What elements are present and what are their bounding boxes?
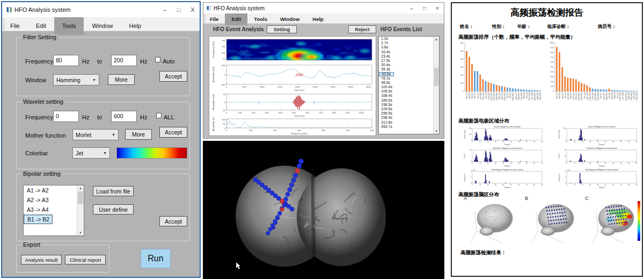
titlebar: HFO Analysis system – □ × [203,3,444,13]
auto-checkbox[interactable] [155,57,160,62]
app-icon [6,7,12,12]
filter-freq-to-input[interactable]: 200 [111,55,137,66]
event-list-item[interactable]: 23.4s [379,54,434,59]
svg-text:Total Engery of Ripples for ea: Total Engery of Ripples for each channel [491,169,523,171]
event-list-item[interactable]: 453.7s [379,125,434,129]
toolbar-grip [204,15,207,22]
svg-text:Channel: Channel [598,144,605,146]
svg-text:PH5-PH6: PH5-PH6 [471,92,473,99]
window-select[interactable]: Hamming▼ [53,74,99,85]
setting-button[interactable]: Setting [267,25,297,33]
event-list-item[interactable]: 30.4s [379,63,434,67]
svg-text:30: 30 [495,162,496,164]
bipolar-accept-button[interactable]: Accept [159,216,187,226]
bipolar-channel-listbox[interactable]: A1 -> A2A2 -> A3A3 -> A4B1 -> B2B2 -> B3… [23,185,84,236]
filter-accept-button[interactable]: Accept [159,71,187,82]
brain-3d-view[interactable] [203,141,444,279]
menu-item-tools[interactable]: Tools [247,13,274,25]
event-list-item[interactable]: 189.6s [379,98,434,103]
filter-more-button[interactable]: More [108,74,135,85]
clinical-report-button[interactable]: Clinical report [65,255,106,264]
menu-item-edit[interactable]: Edit [225,13,247,25]
hfo-events-listbox[interactable]: 1.3s2.7s3.8s16.4s23.4s27.5s30.4s35.3s43.… [378,36,440,134]
svg-text:PH8-PH9: PH8-PH9 [614,92,616,99]
event-list-item[interactable]: 106.5s [379,89,434,94]
scroll-up-icon[interactable]: ▲ [434,37,439,42]
maximize-button[interactable]: □ [418,5,431,11]
frequency-label: Frequency [25,58,53,65]
all-checkbox[interactable] [156,113,162,118]
close-button[interactable]: X [186,6,200,13]
svg-text:70: 70 [526,141,528,143]
svg-text:30: 30 [589,184,591,186]
svg-text:PTB2-PTB3: PTB2-PTB3 [493,92,495,101]
app-icon [207,6,211,10]
run-button[interactable]: Run [141,249,171,268]
event-list-item[interactable]: 43.5s [379,72,394,76]
load-from-file-button[interactable]: Load from file [93,186,134,196]
reject-button[interactable]: Reject [348,25,376,33]
menu-item-window[interactable]: Window [274,13,306,25]
svg-text:Time / s: Time / s [558,153,560,158]
event-list-item[interactable]: 298.4s [379,116,434,120]
scroll-down-icon[interactable]: ▼ [434,128,439,134]
event-list-item[interactable]: 98.5s [379,81,434,85]
event-list-item[interactable]: 2.7s [379,41,434,45]
event-list-item[interactable]: 224.5s [379,107,434,111]
scroll-thumb[interactable] [78,191,83,204]
event-list-item[interactable]: 78.1s [379,76,434,81]
event-list-item[interactable]: 1.3s [379,37,434,41]
svg-text:100: 100 [222,52,226,54]
scroll-up-icon[interactable]: ▲ [77,185,84,191]
svg-text:Channel: Channel [504,187,510,189]
analysis-result-button[interactable]: Analysis result [21,255,62,264]
event-list-item[interactable]: 168.4s [379,94,434,98]
bipolar-list-item[interactable]: B1 -> B2 [24,214,53,224]
svg-text:Amplitude (uV): Amplitude (uV) [212,67,215,83]
close-button[interactable]: × [431,5,444,11]
event-list-item[interactable]: 198.5s [379,103,434,107]
wavelet-freq-to-input[interactable]: 600 [111,111,137,122]
event-list-item[interactable]: 16.4s [379,50,434,54]
listbox-scrollbar[interactable]: ▲ ▼ [77,185,84,235]
svg-text:40: 40 [597,141,598,143]
scroll-thumb[interactable] [434,68,438,86]
event-list-item[interactable]: 3.8s [379,45,434,49]
svg-text:40: 40 [502,162,504,164]
maximize-button[interactable]: □ [172,6,186,13]
svg-text:500: 500 [222,64,226,67]
bipolar-list-item[interactable]: A3 -> A4 [24,205,77,214]
svg-text:10: 10 [479,162,481,164]
menu-item-help[interactable]: Help [306,13,330,25]
wavelet-more-button[interactable]: More [125,129,152,140]
event-list-item[interactable]: 312.8s [379,120,434,125]
event-list-item[interactable]: 27.5s [379,59,434,63]
user-define-button[interactable]: User define [93,204,134,214]
all-label: ALL [164,114,174,120]
bipolar-list-item[interactable]: A1 -> A2 [24,185,77,195]
svg-text:Time (ms): Time (ms) [294,89,305,91]
scroll-down-icon[interactable]: ▼ [77,230,84,235]
event-list-item[interactable]: 35.3s [379,67,434,71]
to-label: to [97,58,102,65]
events-scrollbar[interactable]: ▲ ▼ [433,37,439,134]
svg-text:20: 20 [581,162,583,164]
hist-count-ripples: Count of Ripples for each channel0200400… [463,125,544,146]
svg-text:80: 80 [628,141,630,143]
minimize-button[interactable]: – [405,5,418,11]
filter-freq-from-input[interactable]: 80 [53,55,79,66]
brain-thumbnail-label: A [464,196,467,201]
colorbar-select[interactable]: Jet▼ [72,147,110,159]
event-list-item[interactable]: 256.5s [379,111,434,116]
minimize-button[interactable]: – [158,6,172,13]
svg-text:LH11-LH12: LH11-LH12 [573,92,575,101]
svg-text:LH5-LH6: LH5-LH6 [477,92,479,99]
mother-function-select[interactable]: Morlet▼ [72,129,119,140]
wavelet-accept-button[interactable]: Accept [159,127,187,138]
wavelet-freq-from-input[interactable]: 0 [53,111,79,122]
svg-text:300: 300 [265,111,269,114]
svg-text:50: 50 [223,93,225,96]
bipolar-list-item[interactable]: A2 -> A3 [24,195,77,205]
svg-text:2500: 2500 [313,85,318,88]
event-list-item[interactable]: 100.4s [379,85,434,89]
